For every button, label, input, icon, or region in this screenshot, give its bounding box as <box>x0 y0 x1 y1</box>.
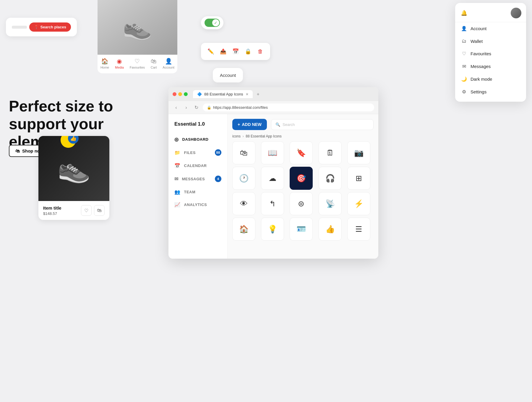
calendar-icon[interactable]: 🗓 <box>319 141 342 164</box>
files-label: FILES <box>184 150 196 155</box>
add-new-label: ADD NEW <box>242 122 262 127</box>
messages-label: MESSAGES <box>182 177 205 181</box>
shop-icon: 🛍 <box>15 148 20 153</box>
mobile-nav: 🏠 Home ◉ Media ♡ Favourites 🛍 Cart 👤 Acc… <box>98 55 177 73</box>
dropdown-label-account: Account <box>471 26 486 31</box>
book-icon[interactable]: 📖 <box>261 141 284 164</box>
refresh-button[interactable]: ↻ <box>193 105 200 110</box>
sidebar-logo: Essential 1.0 <box>168 119 227 133</box>
dropdown-item-darkmode[interactable]: 🌙 Dark mode <box>455 73 526 85</box>
dropdown-label-messages: Messages <box>471 64 491 69</box>
camera-icon[interactable]: 📷 <box>347 141 370 164</box>
upload-toolbar-icon[interactable]: 📤 <box>218 46 229 57</box>
filter-icon[interactable]: ⊜ <box>290 192 313 215</box>
dashboard-label: DASHBOARD <box>182 137 209 142</box>
tab-title: 88 Essential App Icons <box>204 92 243 96</box>
team-label: TEAM <box>184 190 196 194</box>
browser-titlebar: 🔷 88 Essential App Icons ✕ + <box>168 87 378 101</box>
add-new-button[interactable]: + ADD NEW <box>232 119 267 130</box>
breadcrumb-start: icons <box>232 134 241 138</box>
lock-icon: 🔒 <box>207 106 211 110</box>
nav-account[interactable]: 👤 Account <box>163 58 174 69</box>
dropdown-item-favourites[interactable]: ♡ Favourites <box>455 47 526 60</box>
toggle-switch[interactable]: ✓ <box>205 19 220 27</box>
dropdown-header: 🔔 <box>455 7 526 22</box>
dropdown-item-account[interactable]: 👤 Account <box>455 22 526 35</box>
grid-icon[interactable]: ⊞ <box>347 167 370 190</box>
home-nav-icon: 🏠 <box>101 58 108 65</box>
back-button[interactable]: ‹ <box>173 105 180 110</box>
account-card-title: Account <box>220 73 236 78</box>
url-bar[interactable]: 🔒 https://app.88essential.com/files <box>203 103 374 111</box>
list-icon[interactable]: ☰ <box>347 218 370 241</box>
delete-toolbar-icon[interactable]: 🗑 <box>255 46 266 57</box>
shopping-bag-icon[interactable]: 🛍 <box>232 141 255 164</box>
minimize-window-button[interactable] <box>178 92 182 96</box>
nav-account-label: Account <box>163 66 174 69</box>
avatar[interactable] <box>511 8 521 18</box>
person-card-icon[interactable]: 🪪 <box>290 218 313 241</box>
close-window-button[interactable] <box>173 92 176 96</box>
add-to-cart-button[interactable]: 🛍 <box>94 205 105 216</box>
media-nav-icon: ◉ <box>117 58 122 65</box>
lock-toolbar-icon[interactable]: 🔒 <box>242 46 254 57</box>
search-field[interactable]: 🔍 Search <box>271 119 374 130</box>
bookmark-icon[interactable]: 🔖 <box>290 141 313 164</box>
plus-icon: + <box>238 122 240 127</box>
breadcrumb-end: 88 Essential App Icons <box>246 134 281 138</box>
headphone-icon[interactable]: 🎧 <box>319 167 342 190</box>
sidebar-item-team[interactable]: 👥 TEAM <box>168 186 227 198</box>
cart-nav-icon: 🛍 <box>151 58 157 65</box>
search-places-button[interactable]: 📍 Search places <box>29 22 71 32</box>
nav-media[interactable]: ◉ Media <box>115 58 124 69</box>
url-text: https://app.88essential.com/files <box>213 105 268 110</box>
forward-button[interactable]: › <box>183 105 190 110</box>
thumbsup-icon[interactable]: 👍 <box>319 218 342 241</box>
eye-icon[interactable]: 👁 <box>232 192 255 215</box>
toggle-widget: ✓ <box>201 16 223 29</box>
clock-icon[interactable]: 🕐 <box>232 167 255 190</box>
lightning-icon[interactable]: ⚡ <box>347 192 370 215</box>
lightbulb-icon[interactable]: 💡 <box>261 218 284 241</box>
search-widget: 📍 Search places <box>6 18 77 36</box>
sidebar-item-calendar[interactable]: 📅 CALENDAR <box>168 159 227 172</box>
bell-icon[interactable]: 🔔 <box>460 9 468 17</box>
signal-icon[interactable]: 📡 <box>319 192 342 215</box>
maximize-window-button[interactable] <box>184 92 188 96</box>
cloud-icon[interactable]: ☁ <box>261 167 284 190</box>
dropdown-label-wallet: Wallet <box>471 39 483 44</box>
product-price: $148.57 <box>43 211 61 216</box>
dropdown-item-messages[interactable]: ✉ Messages <box>455 60 526 73</box>
sidebar-item-messages[interactable]: ✉ MESSAGES 4 <box>168 172 227 186</box>
target-icon[interactable]: 🎯 <box>290 167 313 190</box>
corner-icon[interactable]: ↰ <box>261 192 284 215</box>
nav-favourites[interactable]: ♡ Favourites <box>130 58 145 69</box>
account-card: Account <box>213 68 243 82</box>
search-placeholder: Search <box>283 122 295 127</box>
shoe-image-placeholder: 👟 <box>123 14 152 41</box>
dropdown-label-settings: Settings <box>471 89 486 94</box>
product-card: 👍 👟 Item title $148.57 ♡ 🛍 <box>38 136 109 220</box>
home-icon[interactable]: 🏠 <box>232 218 255 241</box>
nav-home[interactable]: 🏠 Home <box>100 58 109 69</box>
edit-toolbar-icon[interactable]: ✏️ <box>205 46 216 57</box>
sidebar-item-analytics[interactable]: 📈 ANALYTICS <box>168 198 227 211</box>
nav-cart[interactable]: 🛍 Cart <box>151 58 157 69</box>
account-dropdown: 🔔 👤 Account 🗂 Wallet ♡ Favourites ✉ Mess… <box>455 3 526 102</box>
sidebar-item-dashboard[interactable]: ◎ DASHBOARD <box>168 133 227 146</box>
favourites-nav-icon: ♡ <box>134 58 140 65</box>
analytics-label: ANALYTICS <box>184 202 207 207</box>
calendar-toolbar-icon[interactable]: 📅 <box>230 46 241 57</box>
tab-close-icon[interactable]: ✕ <box>246 92 249 96</box>
dropdown-item-settings[interactable]: ⚙ Settings <box>455 85 526 98</box>
sidebar-item-files[interactable]: 📁 FILES 88 <box>168 146 227 159</box>
wishlist-button[interactable]: ♡ <box>81 205 92 216</box>
dropdown-item-wallet[interactable]: 🗂 Wallet <box>455 35 526 47</box>
new-tab-button[interactable]: + <box>257 92 259 97</box>
message-icon: ✉ <box>461 64 467 69</box>
heart-icon: ♡ <box>461 51 467 56</box>
search-icon: 🔍 <box>275 122 280 127</box>
messages-badge: 4 <box>215 176 221 182</box>
browser-tab[interactable]: 🔷 88 Essential App Icons ✕ <box>193 90 253 98</box>
moon-icon: 🌙 <box>461 76 467 82</box>
